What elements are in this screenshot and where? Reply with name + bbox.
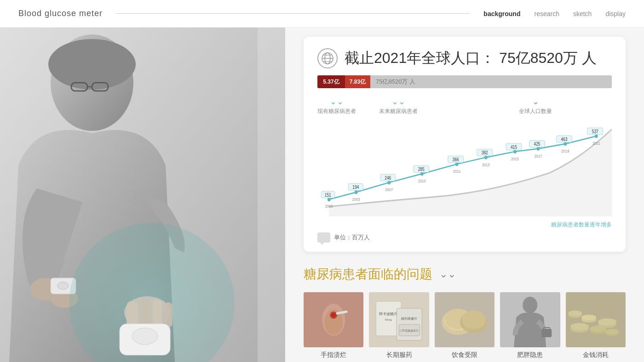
section-title-row: 糖尿病患者面临的问题 ⌄⌄ <box>304 266 626 283</box>
svg-text:50mg: 50mg <box>385 318 392 321</box>
image-box-person <box>500 292 560 347</box>
image-caption-1: 长期服药 <box>369 351 429 359</box>
chart-main-title: 截止2021年全球人口： 75亿8520万 人 <box>345 48 597 68</box>
image-box-coins <box>566 292 626 347</box>
image-caption-3: 肥胖隐患 <box>500 351 560 359</box>
svg-text:425: 425 <box>534 141 540 147</box>
image-item-0: 手指渍烂 <box>304 292 363 359</box>
svg-text:463: 463 <box>561 136 567 142</box>
image-box-medicine: 阿卡波糖片 50mg 格列美脲片 二甲双胍肠溶片 <box>369 292 429 347</box>
legend-label-3: 全球人口数量 <box>519 107 552 115</box>
svg-text:537: 537 <box>592 129 598 134</box>
pb-segment-3: 75亿8520万 人 <box>370 75 612 88</box>
svg-point-27 <box>355 190 358 194</box>
svg-text:2010: 2010 <box>418 178 426 183</box>
image-caption-4: 金钱消耗 <box>566 351 626 359</box>
svg-marker-64 <box>321 240 323 241</box>
chevron-down-icon-2: ⌄⌄ <box>391 97 405 106</box>
pb-segment-2: 7.83亿 <box>345 75 370 88</box>
nav-background[interactable]: background <box>483 10 520 17</box>
chart-unit-row: 单位：百万人 <box>317 232 612 243</box>
chart-area: 151 2000 194 2003 246 2007 285 2010 <box>317 124 612 216</box>
image-box-food <box>435 292 494 347</box>
svg-point-99 <box>568 311 582 316</box>
svg-text:2003: 2003 <box>352 197 360 202</box>
image-item-2: 饮食受限 <box>435 292 494 359</box>
svg-point-95 <box>581 315 596 320</box>
svg-text:2011: 2011 <box>453 169 461 174</box>
app-title: Blood glucose meter <box>18 9 103 18</box>
header: Blood glucose meter background research … <box>0 0 644 28</box>
left-background <box>0 28 285 362</box>
image-caption-0: 手指渍烂 <box>304 351 363 359</box>
main-content: 截止2021年全球人口： 75亿8520万 人 5.37亿 7.83亿 75亿8… <box>294 28 644 362</box>
svg-text:2013: 2013 <box>482 162 490 167</box>
svg-point-86 <box>523 297 537 313</box>
chart-card: 截止2021年全球人口： 75亿8520万 人 5.37亿 7.83亿 75亿8… <box>304 37 626 252</box>
svg-text:格列美脲片: 格列美脲片 <box>401 317 417 320</box>
image-grid: 手指渍烂 阿卡波糖片 50mg 格列美脲片 二甲双胍肠溶片 长期服药 <box>304 292 626 359</box>
svg-point-97 <box>598 318 616 326</box>
image-item-4: 金钱消耗 <box>566 292 626 359</box>
svg-text:2000: 2000 <box>325 204 333 209</box>
svg-text:2021: 2021 <box>592 141 600 146</box>
svg-text:2017: 2017 <box>535 153 542 158</box>
image-item-1: 阿卡波糖片 50mg 格列美脲片 二甲双胍肠溶片 长期服药 <box>369 292 429 359</box>
svg-text:194: 194 <box>352 184 359 190</box>
speech-bubble-icon <box>317 232 330 243</box>
image-box-fingers <box>304 292 363 347</box>
progress-bar: 5.37亿 7.83亿 75亿8520万 人 <box>317 75 612 88</box>
legend-label-1: 现有糖尿病患者 <box>317 107 356 115</box>
person-svg <box>0 28 258 362</box>
chart-unit-text: 单位：百万人 <box>334 233 370 242</box>
main-nav: background research sketch display <box>483 10 626 17</box>
nav-display[interactable]: display <box>605 10 626 17</box>
svg-text:151: 151 <box>325 192 331 198</box>
legend-label-2: 未来糖尿病患者 <box>379 107 418 115</box>
globe-icon <box>317 48 338 68</box>
image-caption-2: 饮食受限 <box>435 351 494 359</box>
legend-item-1: ⌄⌄ 现有糖尿病患者 <box>317 97 356 115</box>
section-chevron-icon: ⌄⌄ <box>439 268 456 280</box>
svg-point-2 <box>48 39 136 90</box>
svg-text:382: 382 <box>482 150 488 155</box>
chart-header: 截止2021年全球人口： 75亿8520万 人 <box>317 48 612 68</box>
chevron-down-icon-3: ⌄ <box>532 97 539 106</box>
svg-rect-63 <box>320 234 328 240</box>
chart-note: 糖尿病患者数量逐年增多 <box>317 221 612 229</box>
legend-row: ⌄⌄ 现有糖尿病患者 ⌄⌄ 未来糖尿病患者 ⌄ 全球人口数量 <box>317 97 612 115</box>
svg-text:2007: 2007 <box>385 187 393 192</box>
svg-text:阿卡波糖片: 阿卡波糖片 <box>380 312 398 316</box>
nav-research[interactable]: research <box>534 10 559 17</box>
svg-rect-15 <box>164 302 172 328</box>
svg-point-91 <box>570 323 589 330</box>
svg-text:二甲双胍肠溶片: 二甲双胍肠溶片 <box>400 329 419 332</box>
legend-item-3: ⌄ 全球人口数量 <box>519 97 552 115</box>
legend-item-2: ⌄⌄ 未来糖尿病患者 <box>379 97 418 115</box>
svg-text:415: 415 <box>511 144 517 150</box>
header-divider <box>116 13 470 14</box>
svg-point-69 <box>331 313 336 317</box>
svg-text:2015: 2015 <box>511 156 519 161</box>
chart-svg: 151 2000 194 2003 246 2007 285 2010 <box>317 124 612 216</box>
svg-text:2019: 2019 <box>562 148 569 153</box>
svg-point-9 <box>58 282 69 289</box>
svg-text:246: 246 <box>385 175 391 181</box>
nav-sketch[interactable]: sketch <box>573 10 592 17</box>
svg-text:366: 366 <box>453 157 459 162</box>
svg-point-84 <box>462 311 486 329</box>
image-item-3: 肥胖隐患 <box>500 292 560 359</box>
svg-text:285: 285 <box>418 166 425 172</box>
svg-point-17 <box>132 328 158 345</box>
svg-point-101 <box>605 329 619 334</box>
section-title: 糖尿病患者面临的问题 <box>304 266 432 283</box>
chevron-down-icon-1: ⌄⌄ <box>330 97 344 106</box>
pb-segment-1: 5.37亿 <box>317 75 345 88</box>
